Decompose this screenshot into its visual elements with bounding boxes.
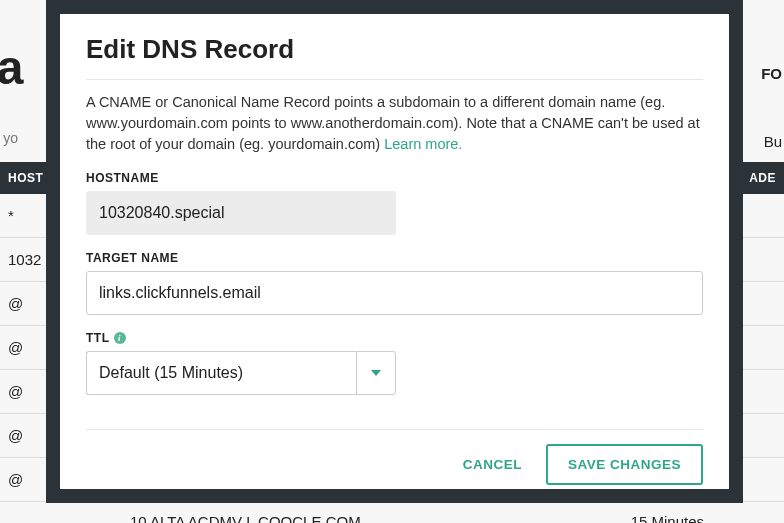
col-host: HOST [8,171,43,185]
right-tab-1: FO [749,57,784,90]
cancel-button[interactable]: CANCEL [457,447,528,482]
bottom-text-right: 15 Minutes [631,513,704,523]
save-button[interactable]: SAVE CHANGES [546,444,703,485]
col-right: ADE [749,171,776,185]
chevron-down-icon [371,370,381,376]
ttl-label-text: TTL [86,331,110,345]
ttl-label: TTL [86,331,703,345]
target-name-label: TARGET NAME [86,251,703,265]
modal-title: Edit DNS Record [86,34,703,65]
divider [86,79,703,80]
page-heading-fragment: ea [0,40,23,95]
hostname-label: HOSTNAME [86,171,703,185]
modal-actions: CANCEL SAVE CHANGES [86,444,703,485]
bottom-text-left: 10 ALTA ACDMV L COOCLE COM [130,513,361,523]
right-tab-2: Bu [752,125,784,158]
modal-overlay: Edit DNS Record A CNAME or Canonical Nam… [46,0,743,503]
hostname-input: 10320840.special [86,191,396,235]
learn-more-link[interactable]: Learn more. [384,136,462,152]
edit-dns-modal: Edit DNS Record A CNAME or Canonical Nam… [60,14,729,489]
target-name-input[interactable] [86,271,703,315]
modal-description: A CNAME or Canonical Name Record points … [86,92,703,155]
info-icon[interactable] [114,332,126,344]
ttl-select-value[interactable]: Default (15 Minutes) [86,351,356,395]
ttl-dropdown-button[interactable] [356,351,396,395]
ttl-select[interactable]: Default (15 Minutes) [86,351,703,395]
divider [86,429,703,430]
